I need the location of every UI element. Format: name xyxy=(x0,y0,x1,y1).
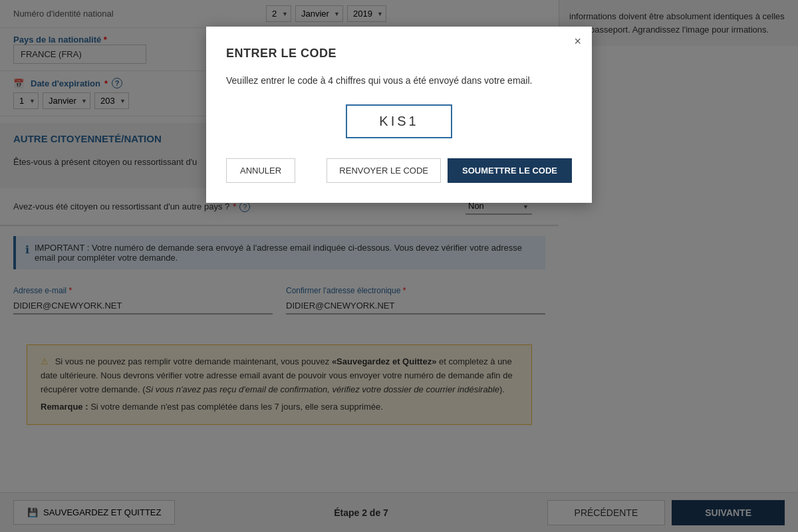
modal-dialog: ENTRER LE CODE × Veuillez entrer le code… xyxy=(206,27,592,203)
modal-actions: ANNULER RENVOYER LE CODE SOUMETTRE LE CO… xyxy=(226,158,572,183)
modal-description: Veuillez entrer le code à 4 chiffres qui… xyxy=(226,74,572,88)
soumettre-button[interactable]: SOUMETTRE LE CODE xyxy=(448,158,572,183)
code-input[interactable] xyxy=(346,104,452,138)
modal-close-button[interactable]: × xyxy=(574,35,581,49)
modal-overlay: ENTRER LE CODE × Veuillez entrer le code… xyxy=(0,0,798,532)
annuler-button[interactable]: ANNULER xyxy=(226,158,295,183)
renvoyer-button[interactable]: RENVOYER LE CODE xyxy=(327,158,441,183)
page-content: informations doivent être absolument ide… xyxy=(0,0,798,532)
modal-title: ENTRER LE CODE xyxy=(226,47,572,61)
code-input-wrapper xyxy=(226,104,572,138)
modal-right-actions: RENVOYER LE CODE SOUMETTRE LE CODE xyxy=(327,158,572,183)
